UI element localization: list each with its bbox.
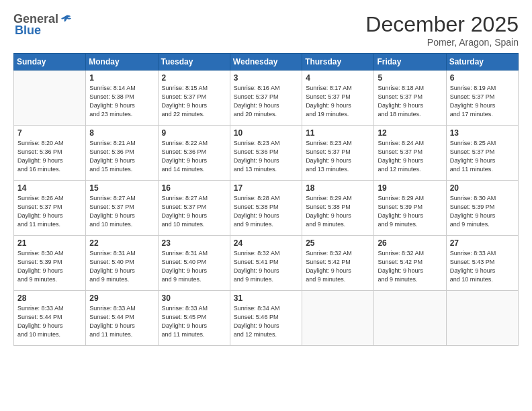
- calendar-cell: [374, 291, 446, 346]
- day-info: Sunrise: 8:33 AM Sunset: 5:45 PM Dayligh…: [162, 304, 226, 339]
- day-number: 24: [234, 238, 298, 248]
- calendar-week-2: 7Sunrise: 8:20 AM Sunset: 5:36 PM Daylig…: [14, 126, 519, 181]
- day-number: 29: [89, 293, 154, 303]
- header: General Blue December 2025 Pomer, Aragon…: [13, 12, 519, 48]
- day-info: Sunrise: 8:23 AM Sunset: 5:37 PM Dayligh…: [306, 139, 370, 174]
- calendar-cell: 11Sunrise: 8:23 AM Sunset: 5:37 PM Dayli…: [302, 126, 374, 181]
- day-number: 9: [162, 128, 226, 138]
- day-number: 1: [89, 73, 154, 83]
- day-info: Sunrise: 8:32 AM Sunset: 5:41 PM Dayligh…: [234, 249, 298, 284]
- day-info: Sunrise: 8:19 AM Sunset: 5:37 PM Dayligh…: [450, 84, 515, 119]
- day-number: 18: [306, 183, 370, 193]
- day-info: Sunrise: 8:25 AM Sunset: 5:37 PM Dayligh…: [450, 139, 515, 174]
- calendar-cell: [302, 291, 374, 346]
- day-info: Sunrise: 8:24 AM Sunset: 5:37 PM Dayligh…: [378, 139, 442, 174]
- day-info: Sunrise: 8:32 AM Sunset: 5:42 PM Dayligh…: [378, 249, 442, 284]
- weekday-header-saturday: Saturday: [446, 54, 518, 71]
- calendar-cell: [446, 291, 518, 346]
- day-info: Sunrise: 8:33 AM Sunset: 5:44 PM Dayligh…: [89, 304, 154, 339]
- calendar-cell: 24Sunrise: 8:32 AM Sunset: 5:41 PM Dayli…: [230, 236, 302, 291]
- day-info: Sunrise: 8:29 AM Sunset: 5:38 PM Dayligh…: [306, 194, 370, 229]
- day-info: Sunrise: 8:17 AM Sunset: 5:37 PM Dayligh…: [306, 84, 370, 119]
- day-info: Sunrise: 8:31 AM Sunset: 5:40 PM Dayligh…: [89, 249, 154, 284]
- day-number: 28: [17, 293, 82, 303]
- calendar-week-3: 14Sunrise: 8:26 AM Sunset: 5:37 PM Dayli…: [14, 181, 519, 236]
- day-info: Sunrise: 8:16 AM Sunset: 5:37 PM Dayligh…: [234, 84, 298, 119]
- calendar-cell: 25Sunrise: 8:32 AM Sunset: 5:42 PM Dayli…: [302, 236, 374, 291]
- day-number: 14: [17, 183, 82, 193]
- day-info: Sunrise: 8:23 AM Sunset: 5:36 PM Dayligh…: [234, 139, 298, 174]
- day-number: 6: [450, 73, 515, 83]
- page: General Blue December 2025 Pomer, Aragon…: [0, 0, 532, 411]
- day-number: 27: [450, 238, 515, 248]
- day-info: Sunrise: 8:27 AM Sunset: 5:37 PM Dayligh…: [162, 194, 226, 229]
- weekday-header-monday: Monday: [86, 54, 158, 71]
- day-number: 25: [306, 238, 370, 248]
- calendar-week-1: 1Sunrise: 8:14 AM Sunset: 5:38 PM Daylig…: [14, 71, 519, 126]
- calendar-cell: 9Sunrise: 8:22 AM Sunset: 5:36 PM Daylig…: [158, 126, 230, 181]
- logo-bird-icon: [60, 13, 72, 26]
- day-info: Sunrise: 8:15 AM Sunset: 5:37 PM Dayligh…: [162, 84, 226, 119]
- day-number: 17: [234, 183, 298, 193]
- calendar-cell: 29Sunrise: 8:33 AM Sunset: 5:44 PM Dayli…: [86, 291, 158, 346]
- day-info: Sunrise: 8:33 AM Sunset: 5:44 PM Dayligh…: [17, 304, 82, 339]
- calendar-cell: 1Sunrise: 8:14 AM Sunset: 5:38 PM Daylig…: [86, 71, 158, 126]
- day-number: 2: [162, 73, 226, 83]
- day-info: Sunrise: 8:32 AM Sunset: 5:42 PM Dayligh…: [306, 249, 370, 284]
- logo: General Blue: [13, 12, 72, 38]
- day-info: Sunrise: 8:20 AM Sunset: 5:36 PM Dayligh…: [17, 139, 82, 174]
- day-info: Sunrise: 8:34 AM Sunset: 5:46 PM Dayligh…: [234, 304, 298, 339]
- day-number: 20: [450, 183, 515, 193]
- calendar-cell: 23Sunrise: 8:31 AM Sunset: 5:40 PM Dayli…: [158, 236, 230, 291]
- day-info: Sunrise: 8:29 AM Sunset: 5:39 PM Dayligh…: [378, 194, 442, 229]
- calendar-cell: 15Sunrise: 8:27 AM Sunset: 5:37 PM Dayli…: [86, 181, 158, 236]
- day-number: 8: [89, 128, 154, 138]
- calendar-cell: 8Sunrise: 8:21 AM Sunset: 5:36 PM Daylig…: [86, 126, 158, 181]
- day-number: 5: [378, 73, 442, 83]
- weekday-header-sunday: Sunday: [14, 54, 86, 71]
- calendar-cell: [14, 71, 86, 126]
- calendar-cell: 18Sunrise: 8:29 AM Sunset: 5:38 PM Dayli…: [302, 181, 374, 236]
- calendar-cell: 31Sunrise: 8:34 AM Sunset: 5:46 PM Dayli…: [230, 291, 302, 346]
- day-number: 16: [162, 183, 226, 193]
- day-info: Sunrise: 8:28 AM Sunset: 5:38 PM Dayligh…: [234, 194, 298, 229]
- day-info: Sunrise: 8:30 AM Sunset: 5:39 PM Dayligh…: [450, 194, 515, 229]
- calendar-cell: 16Sunrise: 8:27 AM Sunset: 5:37 PM Dayli…: [158, 181, 230, 236]
- day-info: Sunrise: 8:18 AM Sunset: 5:37 PM Dayligh…: [378, 84, 442, 119]
- calendar-cell: 19Sunrise: 8:29 AM Sunset: 5:39 PM Dayli…: [374, 181, 446, 236]
- calendar-cell: 13Sunrise: 8:25 AM Sunset: 5:37 PM Dayli…: [446, 126, 518, 181]
- calendar-cell: 30Sunrise: 8:33 AM Sunset: 5:45 PM Dayli…: [158, 291, 230, 346]
- calendar-cell: 3Sunrise: 8:16 AM Sunset: 5:37 PM Daylig…: [230, 71, 302, 126]
- calendar-cell: 27Sunrise: 8:33 AM Sunset: 5:43 PM Dayli…: [446, 236, 518, 291]
- day-info: Sunrise: 8:22 AM Sunset: 5:36 PM Dayligh…: [162, 139, 226, 174]
- day-number: 4: [306, 73, 370, 83]
- day-number: 22: [89, 238, 154, 248]
- calendar-cell: 12Sunrise: 8:24 AM Sunset: 5:37 PM Dayli…: [374, 126, 446, 181]
- logo-blue-text: Blue: [15, 24, 41, 38]
- day-info: Sunrise: 8:30 AM Sunset: 5:39 PM Dayligh…: [17, 249, 82, 284]
- day-number: 11: [306, 128, 370, 138]
- weekday-header-tuesday: Tuesday: [158, 54, 230, 71]
- day-info: Sunrise: 8:27 AM Sunset: 5:37 PM Dayligh…: [89, 194, 154, 229]
- calendar-cell: 22Sunrise: 8:31 AM Sunset: 5:40 PM Dayli…: [86, 236, 158, 291]
- calendar-cell: 26Sunrise: 8:32 AM Sunset: 5:42 PM Dayli…: [374, 236, 446, 291]
- calendar-cell: 10Sunrise: 8:23 AM Sunset: 5:36 PM Dayli…: [230, 126, 302, 181]
- day-info: Sunrise: 8:26 AM Sunset: 5:37 PM Dayligh…: [17, 194, 82, 229]
- day-number: 26: [378, 238, 442, 248]
- day-number: 13: [450, 128, 515, 138]
- calendar-cell: 20Sunrise: 8:30 AM Sunset: 5:39 PM Dayli…: [446, 181, 518, 236]
- calendar-cell: 4Sunrise: 8:17 AM Sunset: 5:37 PM Daylig…: [302, 71, 374, 126]
- calendar-cell: 17Sunrise: 8:28 AM Sunset: 5:38 PM Dayli…: [230, 181, 302, 236]
- weekday-header-row: SundayMondayTuesdayWednesdayThursdayFrid…: [14, 54, 519, 71]
- calendar-cell: 7Sunrise: 8:20 AM Sunset: 5:36 PM Daylig…: [14, 126, 86, 181]
- calendar-cell: 28Sunrise: 8:33 AM Sunset: 5:44 PM Dayli…: [14, 291, 86, 346]
- day-number: 10: [234, 128, 298, 138]
- calendar-cell: 5Sunrise: 8:18 AM Sunset: 5:37 PM Daylig…: [374, 71, 446, 126]
- calendar-cell: 14Sunrise: 8:26 AM Sunset: 5:37 PM Dayli…: [14, 181, 86, 236]
- day-info: Sunrise: 8:21 AM Sunset: 5:36 PM Dayligh…: [89, 139, 154, 174]
- weekday-header-thursday: Thursday: [302, 54, 374, 71]
- weekday-header-friday: Friday: [374, 54, 446, 71]
- calendar-cell: 2Sunrise: 8:15 AM Sunset: 5:37 PM Daylig…: [158, 71, 230, 126]
- day-number: 21: [17, 238, 82, 248]
- day-info: Sunrise: 8:31 AM Sunset: 5:40 PM Dayligh…: [162, 249, 226, 284]
